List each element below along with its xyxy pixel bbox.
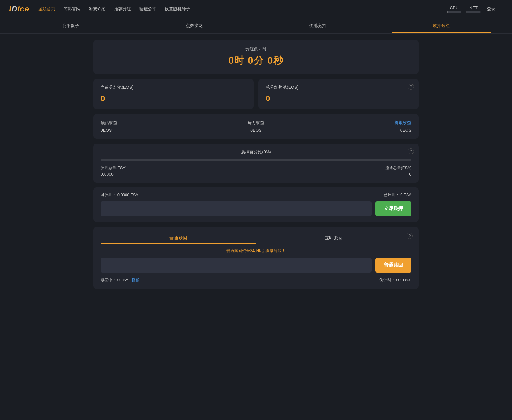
redeem-tabs: 普通赎回 立即赎回 (101, 233, 411, 244)
cpu-label: CPU (450, 5, 459, 10)
redeem-button[interactable]: 普通赎回 (375, 258, 411, 273)
pledge-percentage-card: ? 质押百分比(0%) 质押总量(ESA) 0.0000 流通总量(ESA) 0 (93, 144, 419, 183)
earnings-card: 预估收益 0EOS 每万收益 0EOS 提取收益 0EOS (93, 114, 419, 139)
logo[interactable]: IDice (9, 4, 29, 14)
net-bar (466, 11, 481, 13)
secondary-navigation: 公平骰子 点数接龙 奖池竞拍 质押分红 (0, 18, 512, 34)
circulation-label: 流通总量(ESA) (385, 165, 411, 171)
cpu-bar (447, 11, 461, 13)
redeem-footer: 赎回中： 0 ESA 撤销 倒计时： 00:00:00 (101, 277, 411, 283)
per-10k-label: 每万收益 (204, 120, 308, 125)
tab-normal-redeem[interactable]: 普通赎回 (101, 233, 256, 244)
total-pool-label: 总分红奖池(EOS) (266, 85, 411, 90)
login-icon: → (497, 6, 503, 12)
stake-total-value: 0.0000 (101, 172, 127, 177)
per-10k-value: 0EOS (204, 128, 308, 133)
countdown-value: 0时 0分 0秒 (101, 54, 411, 67)
withdraw-earnings: 提取收益 0EOS (308, 120, 411, 133)
current-pool-value: 0 (101, 94, 246, 103)
nav-dividend[interactable]: 推荐分红 (114, 6, 131, 12)
circulation-stat: 流通总量(ESA) 0 (385, 165, 411, 177)
estimated-label: 预估收益 (101, 120, 204, 125)
redeem-countdown: 倒计时： 00:00:00 (379, 277, 411, 283)
sec-nav-links: 公平骰子 点数接龙 奖池竞拍 质押分红 (9, 19, 503, 33)
total-pool-value: 0 (266, 94, 411, 103)
pledge-pct-help-icon[interactable]: ? (408, 148, 414, 154)
nav-home[interactable]: 游戏首页 (38, 6, 55, 12)
sec-nav-auction[interactable]: 奖池竞拍 (256, 19, 379, 33)
stake-button[interactable]: 立即质押 (375, 201, 411, 216)
net-fill (466, 11, 467, 13)
net-indicator: NET (466, 5, 481, 13)
cpu-fill (447, 11, 448, 13)
sec-nav-dice[interactable]: 公平骰子 (9, 19, 133, 33)
circulation-value: 0 (385, 172, 411, 177)
cancel-redeem-link[interactable]: 撤销 (132, 278, 139, 282)
available-stake-label: 可质押： 0.0000 ESA (101, 192, 138, 198)
top-navigation: IDice 游戏首页 简影官网 游戏介绍 推荐分红 验证公平 设置随机种子 CP… (0, 0, 512, 18)
pledge-progress-bar (101, 159, 411, 161)
pool-row: 当前分红池(EOS) 0 总分红奖池(EOS) 0 ? (93, 79, 419, 109)
nav-official[interactable]: 简影官网 (64, 6, 80, 12)
redeem-input[interactable] (101, 258, 372, 273)
current-pool-label: 当前分红池(EOS) (101, 85, 246, 90)
withdraw-label[interactable]: 提取收益 (308, 120, 411, 125)
redeem-card: ? 普通赎回 立即赎回 普通赎回资金24小时后自动到账！ 普通赎回 赎回中： 0… (93, 227, 419, 289)
countdown-card: 分红倒计时 0时 0分 0秒 (93, 40, 419, 74)
redeem-notice: 普通赎回资金24小时后自动到账！ (101, 248, 411, 254)
login-button[interactable]: 登录 → (487, 6, 503, 12)
cpu-indicator: CPU (447, 5, 461, 13)
stake-header: 可质押： 0.0000 ESA 已质押： 0 ESA (101, 192, 411, 198)
total-pool-card: 总分红奖池(EOS) 0 ? (258, 79, 419, 109)
nav-right: CPU NET 登录 → (447, 5, 503, 13)
net-label: NET (469, 5, 478, 10)
stake-card: 可质押： 0.0000 ESA 已质押： 0 ESA 立即质押 (93, 187, 419, 222)
nav-intro[interactable]: 游戏介绍 (89, 6, 106, 12)
withdraw-value: 0EOS (308, 128, 411, 133)
login-label: 登录 (487, 6, 495, 12)
estimated-earnings: 预估收益 0EOS (101, 120, 204, 133)
sec-nav-pledge[interactable]: 质押分红 (379, 19, 503, 33)
nav-seed[interactable]: 设置随机种子 (165, 6, 190, 12)
redeem-help-icon[interactable]: ? (407, 233, 413, 239)
stake-input-row: 立即质押 (101, 201, 411, 216)
current-pool-card: 当前分红池(EOS) 0 (93, 79, 254, 109)
main-content: 分红倒计时 0时 0分 0秒 当前分红池(EOS) 0 总分红奖池(EOS) 0… (75, 34, 437, 300)
nav-verify[interactable]: 验证公平 (139, 6, 156, 12)
stake-input[interactable] (101, 201, 372, 216)
pledge-pct-label: 质押百分比(0%) (101, 150, 411, 155)
stake-total-label: 质押总量(ESA) (101, 165, 127, 171)
redeeming-info: 赎回中： 0 ESA 撤销 (101, 277, 139, 283)
sec-nav-chain[interactable]: 点数接龙 (133, 19, 256, 33)
redeem-input-row: 普通赎回 (101, 258, 411, 273)
pledge-stats: 质押总量(ESA) 0.0000 流通总量(ESA) 0 (101, 165, 411, 177)
total-pool-help-icon[interactable]: ? (408, 84, 414, 90)
per-10k-earnings: 每万收益 0EOS (204, 120, 308, 133)
nav-links: 游戏首页 简影官网 游戏介绍 推荐分红 验证公平 设置随机种子 (38, 6, 447, 12)
stake-total-stat: 质押总量(ESA) 0.0000 (101, 165, 127, 177)
estimated-value: 0EOS (101, 128, 204, 133)
tab-instant-redeem[interactable]: 立即赎回 (256, 233, 411, 244)
cpu-net-indicators: CPU NET (447, 5, 481, 13)
staked-amount-label: 已质押： 0 ESA (384, 192, 411, 198)
countdown-label: 分红倒计时 (101, 46, 411, 52)
